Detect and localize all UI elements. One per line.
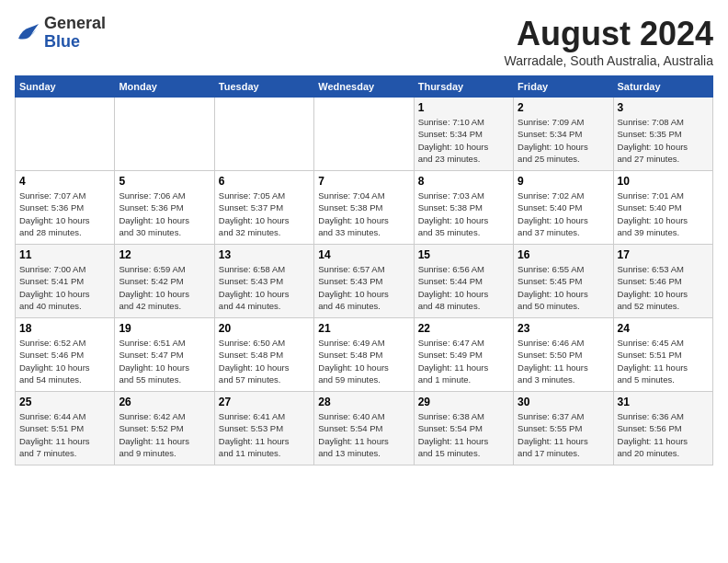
day-of-week-header: Saturday (613, 76, 712, 98)
day-info: Sunrise: 7:03 AM Sunset: 5:38 PM Dayligh… (418, 190, 509, 238)
day-info: Sunrise: 6:50 AM Sunset: 5:48 PM Dayligh… (219, 337, 310, 385)
day-info: Sunrise: 7:02 AM Sunset: 5:40 PM Dayligh… (518, 190, 609, 238)
day-number: 9 (518, 175, 609, 188)
title-block: August 2024 Warradale, South Australia, … (505, 15, 714, 68)
logo-text: General Blue (44, 15, 106, 52)
day-info: Sunrise: 6:52 AM Sunset: 5:46 PM Dayligh… (19, 337, 110, 385)
day-info: Sunrise: 7:10 AM Sunset: 5:34 PM Dayligh… (418, 116, 509, 165)
calendar-week-row: 18Sunrise: 6:52 AM Sunset: 5:46 PM Dayli… (16, 318, 713, 392)
calendar-cell: 17Sunrise: 6:53 AM Sunset: 5:46 PM Dayli… (613, 245, 712, 318)
day-info: Sunrise: 7:00 AM Sunset: 5:41 PM Dayligh… (19, 263, 110, 312)
calendar-title: August 2024 (505, 15, 714, 53)
day-info: Sunrise: 7:09 AM Sunset: 5:34 PM Dayligh… (518, 116, 609, 165)
day-number: 29 (418, 396, 509, 408)
day-of-week-header: Tuesday (214, 76, 313, 98)
day-info: Sunrise: 6:36 AM Sunset: 5:56 PM Dayligh… (618, 410, 709, 459)
logo: General Blue (15, 15, 106, 52)
day-number: 25 (19, 396, 110, 408)
day-info: Sunrise: 6:40 AM Sunset: 5:54 PM Dayligh… (318, 410, 409, 459)
calendar-cell: 31Sunrise: 6:36 AM Sunset: 5:56 PM Dayli… (613, 392, 712, 465)
calendar-cell: 14Sunrise: 6:57 AM Sunset: 5:43 PM Dayli… (314, 245, 414, 318)
day-number: 31 (618, 396, 709, 408)
day-info: Sunrise: 6:38 AM Sunset: 5:54 PM Dayligh… (418, 410, 509, 459)
day-number: 12 (119, 248, 210, 261)
day-info: Sunrise: 7:04 AM Sunset: 5:38 PM Dayligh… (318, 190, 409, 238)
day-info: Sunrise: 6:44 AM Sunset: 5:51 PM Dayligh… (19, 410, 110, 459)
day-number: 6 (219, 175, 310, 188)
day-number: 14 (318, 248, 409, 261)
calendar-cell: 15Sunrise: 6:56 AM Sunset: 5:44 PM Dayli… (414, 245, 513, 318)
calendar-cell: 11Sunrise: 7:00 AM Sunset: 5:41 PM Dayli… (16, 245, 115, 318)
calendar-cell: 2Sunrise: 7:09 AM Sunset: 5:34 PM Daylig… (514, 98, 613, 171)
day-info: Sunrise: 6:58 AM Sunset: 5:43 PM Dayligh… (219, 263, 310, 312)
calendar-week-row: 11Sunrise: 7:00 AM Sunset: 5:41 PM Dayli… (16, 245, 713, 318)
day-info: Sunrise: 6:45 AM Sunset: 5:51 PM Dayligh… (618, 337, 709, 385)
day-info: Sunrise: 6:56 AM Sunset: 5:44 PM Dayligh… (418, 263, 509, 312)
day-number: 15 (418, 248, 509, 261)
day-of-week-header: Wednesday (314, 76, 414, 98)
day-info: Sunrise: 7:07 AM Sunset: 5:36 PM Dayligh… (19, 190, 110, 238)
day-number: 27 (219, 396, 310, 408)
day-of-week-header: Friday (514, 76, 613, 98)
calendar-cell (115, 98, 214, 171)
calendar-cell: 30Sunrise: 6:37 AM Sunset: 5:55 PM Dayli… (514, 392, 613, 465)
day-number: 16 (518, 248, 609, 261)
day-number: 18 (19, 322, 110, 335)
day-number: 3 (618, 101, 709, 114)
day-info: Sunrise: 6:42 AM Sunset: 5:52 PM Dayligh… (119, 410, 210, 459)
day-info: Sunrise: 6:55 AM Sunset: 5:45 PM Dayligh… (518, 263, 609, 312)
day-number: 24 (618, 322, 709, 335)
day-info: Sunrise: 7:05 AM Sunset: 5:37 PM Dayligh… (219, 190, 310, 238)
calendar-cell: 19Sunrise: 6:51 AM Sunset: 5:47 PM Dayli… (115, 318, 214, 392)
day-number: 30 (518, 396, 609, 408)
calendar-cell (214, 98, 313, 171)
calendar-cell: 26Sunrise: 6:42 AM Sunset: 5:52 PM Dayli… (115, 392, 214, 465)
calendar-cell: 24Sunrise: 6:45 AM Sunset: 5:51 PM Dayli… (613, 318, 712, 392)
day-of-week-header: Monday (115, 76, 214, 98)
day-number: 10 (618, 175, 709, 188)
calendar-cell: 10Sunrise: 7:01 AM Sunset: 5:40 PM Dayli… (613, 171, 712, 245)
calendar-cell: 22Sunrise: 6:47 AM Sunset: 5:49 PM Dayli… (414, 318, 513, 392)
calendar-cell: 13Sunrise: 6:58 AM Sunset: 5:43 PM Dayli… (214, 245, 313, 318)
calendar-cell: 27Sunrise: 6:41 AM Sunset: 5:53 PM Dayli… (214, 392, 313, 465)
calendar-cell (314, 98, 414, 171)
calendar-cell: 6Sunrise: 7:05 AM Sunset: 5:37 PM Daylig… (214, 171, 313, 245)
day-info: Sunrise: 6:57 AM Sunset: 5:43 PM Dayligh… (318, 263, 409, 312)
day-number: 2 (518, 101, 609, 114)
day-info: Sunrise: 6:51 AM Sunset: 5:47 PM Dayligh… (119, 337, 210, 385)
calendar-cell: 4Sunrise: 7:07 AM Sunset: 5:36 PM Daylig… (16, 171, 115, 245)
calendar-subtitle: Warradale, South Australia, Australia (505, 53, 714, 68)
day-number: 8 (418, 175, 509, 188)
day-info: Sunrise: 7:08 AM Sunset: 5:35 PM Dayligh… (618, 116, 709, 165)
day-number: 19 (119, 322, 210, 335)
calendar-week-row: 25Sunrise: 6:44 AM Sunset: 5:51 PM Dayli… (16, 392, 713, 465)
day-number: 5 (119, 175, 210, 188)
calendar-week-row: 4Sunrise: 7:07 AM Sunset: 5:36 PM Daylig… (16, 171, 713, 245)
day-info: Sunrise: 6:41 AM Sunset: 5:53 PM Dayligh… (219, 410, 310, 459)
day-number: 17 (618, 248, 709, 261)
day-number: 20 (219, 322, 310, 335)
calendar-cell: 8Sunrise: 7:03 AM Sunset: 5:38 PM Daylig… (414, 171, 513, 245)
calendar-header-row: SundayMondayTuesdayWednesdayThursdayFrid… (16, 76, 713, 98)
calendar-cell (16, 98, 115, 171)
day-number: 22 (418, 322, 509, 335)
day-info: Sunrise: 6:53 AM Sunset: 5:46 PM Dayligh… (618, 263, 709, 312)
calendar-cell: 28Sunrise: 6:40 AM Sunset: 5:54 PM Dayli… (314, 392, 414, 465)
day-info: Sunrise: 6:46 AM Sunset: 5:50 PM Dayligh… (518, 337, 609, 385)
calendar-cell: 9Sunrise: 7:02 AM Sunset: 5:40 PM Daylig… (514, 171, 613, 245)
day-info: Sunrise: 6:49 AM Sunset: 5:48 PM Dayligh… (318, 337, 409, 385)
day-number: 1 (418, 101, 509, 114)
day-of-week-header: Thursday (414, 76, 513, 98)
page-header: General Blue August 2024 Warradale, Sout… (15, 15, 713, 68)
day-info: Sunrise: 6:59 AM Sunset: 5:42 PM Dayligh… (119, 263, 210, 312)
calendar-cell: 29Sunrise: 6:38 AM Sunset: 5:54 PM Dayli… (414, 392, 513, 465)
calendar-cell: 1Sunrise: 7:10 AM Sunset: 5:34 PM Daylig… (414, 98, 513, 171)
day-of-week-header: Sunday (16, 76, 115, 98)
calendar-cell: 20Sunrise: 6:50 AM Sunset: 5:48 PM Dayli… (214, 318, 313, 392)
calendar-cell: 23Sunrise: 6:46 AM Sunset: 5:50 PM Dayli… (514, 318, 613, 392)
day-info: Sunrise: 7:06 AM Sunset: 5:36 PM Dayligh… (119, 190, 210, 238)
day-number: 4 (19, 175, 110, 188)
calendar-table: SundayMondayTuesdayWednesdayThursdayFrid… (15, 75, 713, 465)
day-number: 23 (518, 322, 609, 335)
day-number: 26 (119, 396, 210, 408)
